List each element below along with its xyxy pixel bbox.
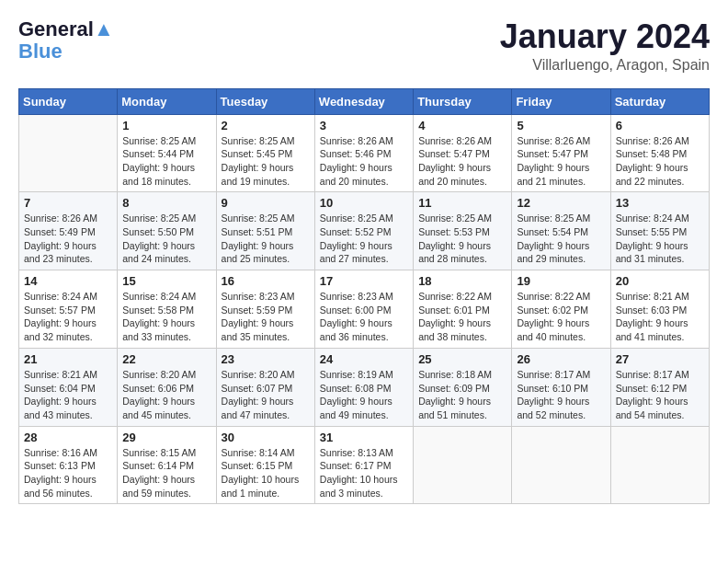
logo-text-blue: Blue <box>18 40 63 63</box>
day-number: 26 <box>517 352 605 366</box>
calendar-cell: 31Sunrise: 8:13 AM Sunset: 6:17 PM Dayli… <box>314 426 413 504</box>
day-number: 31 <box>320 431 408 444</box>
calendar-week-row: 28Sunrise: 8:16 AM Sunset: 6:13 PM Dayli… <box>19 426 710 504</box>
day-number: 10 <box>320 196 408 210</box>
day-number: 24 <box>320 352 408 366</box>
day-number: 25 <box>418 352 506 366</box>
day-info: Sunrise: 8:17 AM Sunset: 6:12 PM Dayligh… <box>616 368 704 422</box>
day-info: Sunrise: 8:22 AM Sunset: 6:02 PM Dayligh… <box>517 290 605 344</box>
weekday-header: Sunday <box>19 88 118 114</box>
day-number: 22 <box>122 352 210 366</box>
day-number: 15 <box>122 274 210 288</box>
day-info: Sunrise: 8:15 AM Sunset: 6:14 PM Dayligh… <box>122 446 210 500</box>
calendar-cell: 22Sunrise: 8:20 AM Sunset: 6:06 PM Dayli… <box>118 348 216 426</box>
calendar-cell: 24Sunrise: 8:19 AM Sunset: 6:08 PM Dayli… <box>314 348 413 426</box>
calendar-cell: 10Sunrise: 8:25 AM Sunset: 5:52 PM Dayli… <box>314 192 413 270</box>
calendar-week-row: 1Sunrise: 8:25 AM Sunset: 5:44 PM Daylig… <box>19 114 710 192</box>
day-info: Sunrise: 8:17 AM Sunset: 6:10 PM Dayligh… <box>517 368 605 422</box>
day-number: 16 <box>222 274 310 288</box>
day-info: Sunrise: 8:24 AM Sunset: 5:58 PM Dayligh… <box>122 290 210 344</box>
day-info: Sunrise: 8:20 AM Sunset: 6:07 PM Dayligh… <box>222 368 310 422</box>
calendar-cell: 29Sunrise: 8:15 AM Sunset: 6:14 PM Dayli… <box>118 426 216 504</box>
day-number: 13 <box>616 196 704 210</box>
day-info: Sunrise: 8:20 AM Sunset: 6:06 PM Dayligh… <box>122 368 210 422</box>
day-number: 20 <box>616 274 704 288</box>
calendar-cell: 21Sunrise: 8:21 AM Sunset: 6:04 PM Dayli… <box>19 348 118 426</box>
day-number: 14 <box>24 274 112 288</box>
calendar-cell: 16Sunrise: 8:23 AM Sunset: 5:59 PM Dayli… <box>216 270 314 349</box>
calendar-cell <box>414 426 512 504</box>
day-info: Sunrise: 8:25 AM Sunset: 5:44 PM Dayligh… <box>122 134 210 189</box>
calendar-week-row: 7Sunrise: 8:26 AM Sunset: 5:49 PM Daylig… <box>19 192 710 270</box>
calendar-cell: 11Sunrise: 8:25 AM Sunset: 5:53 PM Dayli… <box>414 192 512 270</box>
calendar-header: SundayMondayTuesdayWednesdayThursdayFrid… <box>19 88 710 114</box>
day-info: Sunrise: 8:25 AM Sunset: 5:50 PM Dayligh… <box>122 212 210 266</box>
calendar-cell: 28Sunrise: 8:16 AM Sunset: 6:13 PM Dayli… <box>19 426 118 504</box>
day-number: 2 <box>222 119 310 132</box>
calendar-cell: 7Sunrise: 8:26 AM Sunset: 5:49 PM Daylig… <box>19 192 118 270</box>
day-info: Sunrise: 8:26 AM Sunset: 5:47 PM Dayligh… <box>418 134 506 189</box>
day-number: 28 <box>24 431 112 444</box>
day-number: 6 <box>616 119 704 132</box>
day-number: 18 <box>418 274 506 288</box>
weekday-header: Friday <box>512 88 610 114</box>
day-number: 11 <box>418 196 506 210</box>
day-number: 4 <box>418 119 506 132</box>
day-info: Sunrise: 8:26 AM Sunset: 5:46 PM Dayligh… <box>320 134 408 189</box>
calendar-subtitle: Villarluengo, Aragon, Spain <box>500 57 710 74</box>
day-info: Sunrise: 8:25 AM Sunset: 5:53 PM Dayligh… <box>418 212 506 266</box>
title-section: January 2024 Villarluengo, Aragon, Spain <box>500 18 710 74</box>
day-number: 29 <box>122 431 210 444</box>
logo-text: General▲ <box>18 18 114 40</box>
weekday-header: Tuesday <box>216 88 314 114</box>
day-number: 17 <box>320 274 408 288</box>
day-number: 8 <box>122 196 210 210</box>
calendar-cell: 6Sunrise: 8:26 AM Sunset: 5:48 PM Daylig… <box>610 114 709 192</box>
day-number: 9 <box>222 196 310 210</box>
weekday-header: Monday <box>118 88 216 114</box>
day-info: Sunrise: 8:21 AM Sunset: 6:04 PM Dayligh… <box>24 368 112 422</box>
calendar-cell: 1Sunrise: 8:25 AM Sunset: 5:44 PM Daylig… <box>118 114 216 192</box>
calendar-week-row: 14Sunrise: 8:24 AM Sunset: 5:57 PM Dayli… <box>19 270 710 349</box>
day-info: Sunrise: 8:16 AM Sunset: 6:13 PM Dayligh… <box>24 446 112 500</box>
calendar-cell: 19Sunrise: 8:22 AM Sunset: 6:02 PM Dayli… <box>512 270 610 349</box>
day-info: Sunrise: 8:25 AM Sunset: 5:45 PM Dayligh… <box>222 134 310 189</box>
day-number: 21 <box>24 352 112 366</box>
day-number: 19 <box>517 274 605 288</box>
day-info: Sunrise: 8:24 AM Sunset: 5:55 PM Dayligh… <box>616 212 704 266</box>
day-number: 12 <box>517 196 605 210</box>
day-info: Sunrise: 8:13 AM Sunset: 6:17 PM Dayligh… <box>320 446 408 500</box>
day-number: 7 <box>24 196 112 210</box>
calendar-cell: 5Sunrise: 8:26 AM Sunset: 5:47 PM Daylig… <box>512 114 610 192</box>
day-number: 3 <box>320 119 408 132</box>
calendar-cell: 12Sunrise: 8:25 AM Sunset: 5:54 PM Dayli… <box>512 192 610 270</box>
day-info: Sunrise: 8:26 AM Sunset: 5:49 PM Dayligh… <box>24 212 112 266</box>
day-number: 5 <box>517 119 605 132</box>
logo: General▲ Blue <box>18 18 114 63</box>
calendar-table: SundayMondayTuesdayWednesdayThursdayFrid… <box>18 88 710 505</box>
day-info: Sunrise: 8:26 AM Sunset: 5:48 PM Dayligh… <box>616 134 704 189</box>
day-number: 30 <box>222 431 310 444</box>
calendar-cell: 13Sunrise: 8:24 AM Sunset: 5:55 PM Dayli… <box>610 192 709 270</box>
calendar-cell: 14Sunrise: 8:24 AM Sunset: 5:57 PM Dayli… <box>19 270 118 349</box>
day-number: 1 <box>122 119 210 132</box>
calendar-cell: 23Sunrise: 8:20 AM Sunset: 6:07 PM Dayli… <box>216 348 314 426</box>
header: General▲ Blue January 2024 Villarluengo,… <box>18 18 710 74</box>
day-info: Sunrise: 8:24 AM Sunset: 5:57 PM Dayligh… <box>24 290 112 344</box>
calendar-cell: 3Sunrise: 8:26 AM Sunset: 5:46 PM Daylig… <box>314 114 413 192</box>
calendar-cell: 4Sunrise: 8:26 AM Sunset: 5:47 PM Daylig… <box>414 114 512 192</box>
day-info: Sunrise: 8:21 AM Sunset: 6:03 PM Dayligh… <box>616 290 704 344</box>
day-info: Sunrise: 8:26 AM Sunset: 5:47 PM Dayligh… <box>517 134 605 189</box>
calendar-cell: 27Sunrise: 8:17 AM Sunset: 6:12 PM Dayli… <box>610 348 709 426</box>
calendar-cell: 15Sunrise: 8:24 AM Sunset: 5:58 PM Dayli… <box>118 270 216 349</box>
calendar-cell: 9Sunrise: 8:25 AM Sunset: 5:51 PM Daylig… <box>216 192 314 270</box>
calendar-cell: 8Sunrise: 8:25 AM Sunset: 5:50 PM Daylig… <box>118 192 216 270</box>
day-number: 27 <box>616 352 704 366</box>
day-info: Sunrise: 8:23 AM Sunset: 6:00 PM Dayligh… <box>320 290 408 344</box>
calendar-cell: 26Sunrise: 8:17 AM Sunset: 6:10 PM Dayli… <box>512 348 610 426</box>
day-info: Sunrise: 8:23 AM Sunset: 5:59 PM Dayligh… <box>222 290 310 344</box>
weekday-header: Thursday <box>414 88 512 114</box>
calendar-week-row: 21Sunrise: 8:21 AM Sunset: 6:04 PM Dayli… <box>19 348 710 426</box>
calendar-title: January 2024 <box>500 18 710 55</box>
calendar-cell <box>512 426 610 504</box>
